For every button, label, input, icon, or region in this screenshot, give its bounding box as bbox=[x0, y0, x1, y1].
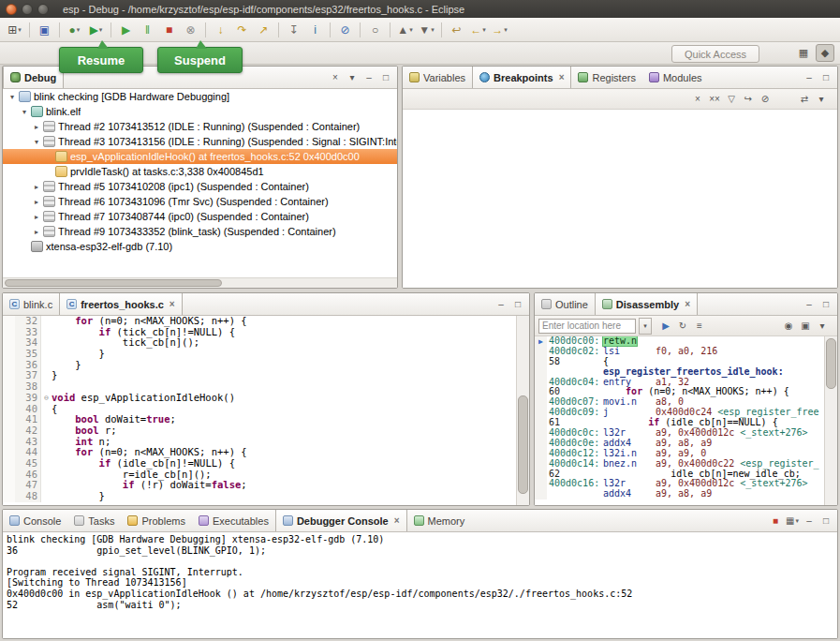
vertical-scrollbar[interactable] bbox=[824, 336, 837, 505]
vertical-scrollbar[interactable] bbox=[516, 316, 529, 505]
tab-modules[interactable]: Modules bbox=[642, 67, 709, 88]
window-maximize-button[interactable] bbox=[37, 4, 49, 15]
terminate-button[interactable]: ■ bbox=[768, 513, 783, 529]
resume-button[interactable]: ▶ bbox=[116, 21, 136, 39]
tree-item[interactable]: ▾Thread #3 1073413156 (IDLE : Running) (… bbox=[3, 134, 397, 149]
tab-problems[interactable]: Problems bbox=[121, 510, 191, 531]
step-into-button[interactable]: ↓ bbox=[211, 21, 230, 39]
tab-registers[interactable]: Registers bbox=[571, 67, 641, 88]
minimize-button[interactable]: – bbox=[802, 69, 817, 85]
show-source-button[interactable]: ≡ bbox=[692, 318, 707, 334]
skip-all-breakpoints-button[interactable]: ⊘ bbox=[758, 91, 773, 107]
suspend-button[interactable]: ‖ bbox=[138, 21, 157, 39]
collapse-icon[interactable]: ▾ bbox=[31, 138, 42, 146]
expand-icon[interactable]: ▸ bbox=[31, 123, 42, 131]
open-perspective-button[interactable]: ▦ bbox=[794, 44, 813, 62]
scrollbar-thumb[interactable] bbox=[518, 395, 528, 494]
view-menu-button[interactable]: ▾ bbox=[814, 91, 829, 107]
tab-variables[interactable]: Variables bbox=[403, 67, 472, 88]
close-tab-icon[interactable]: × bbox=[559, 72, 565, 82]
step-return-button[interactable]: ↗ bbox=[254, 21, 273, 39]
tree-item[interactable]: ▸Thread #9 1073433352 (blink_task) (Susp… bbox=[3, 224, 397, 239]
close-tab-icon[interactable]: × bbox=[394, 515, 400, 526]
remove-selected-breakpoints-button[interactable]: × bbox=[690, 91, 705, 107]
show-breakpoints-supported-button[interactable]: ▽ bbox=[724, 91, 739, 107]
tree-item[interactable]: ▾blink checking [GDB Hardware Debugging] bbox=[3, 89, 397, 104]
maximize-button[interactable]: □ bbox=[818, 69, 833, 85]
tab-breakpoints[interactable]: Breakpoints× bbox=[472, 67, 571, 88]
breakpoints-list-empty[interactable] bbox=[403, 110, 837, 288]
location-dropdown-icon[interactable]: ▾ bbox=[639, 318, 652, 335]
tree-item[interactable]: ▸Thread #7 1073408744 (ipc0) (Suspended … bbox=[3, 209, 397, 224]
search-button[interactable]: ○ bbox=[365, 21, 385, 39]
tree-item[interactable]: ▸Thread #5 1073410208 (ipc1) (Suspended … bbox=[3, 179, 397, 194]
tab-memory[interactable]: Memory bbox=[407, 510, 472, 531]
tab-freertos-hooks-c[interactable]: freertos_hooks.c× bbox=[59, 293, 183, 315]
scrollbar-thumb[interactable] bbox=[5, 279, 222, 287]
disassembly-row[interactable]: esp_register_freertos_idle_hook: bbox=[535, 367, 825, 378]
tree-item[interactable]: ▸Thread #2 1073413512 (IDLE : Running) (… bbox=[3, 119, 397, 134]
remove-all-breakpoints-button[interactable]: ×× bbox=[707, 91, 722, 107]
minimize-button[interactable]: – bbox=[802, 513, 817, 529]
open-new-view-button[interactable]: ▣ bbox=[798, 318, 813, 334]
code-line[interactable]: 39⊖void esp_vApplicationIdleHook() bbox=[3, 393, 517, 404]
tab-executables[interactable]: Executables bbox=[192, 510, 275, 531]
save-button[interactable]: ▣ bbox=[35, 21, 54, 39]
code-line[interactable]: 36 } bbox=[3, 360, 517, 371]
expand-icon[interactable]: ▸ bbox=[31, 198, 42, 206]
selected-stack-frame[interactable]: esp_vApplicationIdleHook() at freertos_h… bbox=[3, 149, 397, 164]
source-editor[interactable]: 32 for (n=0; n<MAX_HOOKS; n++) {33 if (t… bbox=[3, 316, 517, 505]
go-to-program-counter-button[interactable]: ▶ bbox=[658, 318, 673, 334]
minimize-button[interactable]: – bbox=[361, 69, 376, 85]
previous-annotation-button[interactable]: ▲▾ bbox=[395, 21, 415, 39]
disassembly-listing[interactable]: ▶400d0c00:retw.n400d0c02:lsif0, a0, 2165… bbox=[535, 336, 825, 505]
drop-to-frame-button[interactable]: ↧ bbox=[284, 21, 303, 39]
collapse-icon[interactable]: ▾ bbox=[7, 93, 18, 101]
next-annotation-button[interactable]: ▼▾ bbox=[417, 21, 436, 39]
tab-outline[interactable]: Outline bbox=[535, 293, 595, 315]
tab-tasks[interactable]: Tasks bbox=[67, 510, 121, 531]
back-button[interactable]: ←▾ bbox=[468, 21, 488, 39]
tab-blink-c[interactable]: blink.c bbox=[3, 293, 59, 315]
forward-button[interactable]: →▾ bbox=[490, 21, 509, 39]
debug-launch-tree[interactable]: ▾blink checking [GDB Hardware Debugging]… bbox=[3, 89, 397, 278]
collapse-icon[interactable]: ▾ bbox=[19, 108, 30, 116]
new-wizard-button[interactable]: ⊞▾ bbox=[5, 21, 24, 39]
code-line[interactable]: 48 } bbox=[3, 491, 517, 502]
tree-item[interactable]: ▸Thread #6 1073431096 (Tmr Svc) (Suspend… bbox=[3, 194, 397, 209]
minimize-button[interactable]: – bbox=[802, 296, 817, 312]
display-selected-console-button[interactable]: ▦▾ bbox=[785, 513, 800, 529]
close-tab-icon[interactable]: × bbox=[169, 299, 175, 309]
disassembly-row[interactable]: 400d0c02:lsif0, a0, 216 bbox=[535, 347, 825, 357]
window-minimize-button[interactable] bbox=[22, 4, 33, 15]
remove-all-terminated-button[interactable]: × bbox=[328, 69, 343, 85]
tab-debugger-console[interactable]: Debugger Console× bbox=[275, 510, 407, 531]
maximize-button[interactable]: □ bbox=[818, 296, 833, 312]
enter-location-input[interactable] bbox=[538, 319, 636, 334]
tab-console[interactable]: Console bbox=[3, 510, 67, 531]
close-tab-icon[interactable]: × bbox=[685, 299, 690, 309]
instruction-stepping-button[interactable]: i bbox=[305, 21, 325, 39]
go-to-file-for-breakpoint-button[interactable]: ↪ bbox=[741, 91, 756, 107]
tab-disassembly[interactable]: Disassembly× bbox=[595, 293, 698, 315]
window-close-button[interactable] bbox=[6, 4, 17, 15]
debug-perspective-button[interactable]: ◆ bbox=[816, 44, 834, 62]
last-edit-location-button[interactable]: ↩ bbox=[447, 21, 466, 39]
tree-item[interactable]: prvIdleTask() at tasks.c:3,338 0x400845d… bbox=[3, 164, 397, 179]
code-line[interactable]: 32 for (n=0; n<MAX_HOOKS; n++) { bbox=[3, 316, 517, 327]
code-line[interactable]: 45 if (idle_cb[n]!=NULL) { bbox=[3, 458, 517, 470]
horizontal-scrollbar[interactable] bbox=[3, 277, 397, 288]
run-button[interactable]: ▶▾ bbox=[86, 21, 106, 39]
maximize-button[interactable]: □ bbox=[818, 513, 833, 529]
debug-button[interactable]: ●▾ bbox=[65, 21, 84, 39]
disassembly-row[interactable]: addx4a9, a8, a9 bbox=[535, 489, 825, 499]
expand-icon[interactable]: ▸ bbox=[31, 213, 42, 221]
skip-all-breakpoints-button[interactable]: ⊘ bbox=[335, 21, 355, 39]
maximize-button[interactable]: □ bbox=[378, 69, 393, 85]
tree-item[interactable]: xtensa-esp32-elf-gdb (7.10) bbox=[3, 239, 397, 254]
disassembly-row[interactable]: 400d0c14:bnez.na9, 0x400d0c22 <esp_regis… bbox=[535, 459, 825, 470]
minimize-button[interactable]: – bbox=[494, 296, 508, 312]
scrollbar-thumb[interactable] bbox=[826, 338, 836, 389]
maximize-button[interactable]: □ bbox=[510, 296, 525, 312]
link-with-debug-view-button[interactable]: ⇄ bbox=[797, 91, 812, 107]
